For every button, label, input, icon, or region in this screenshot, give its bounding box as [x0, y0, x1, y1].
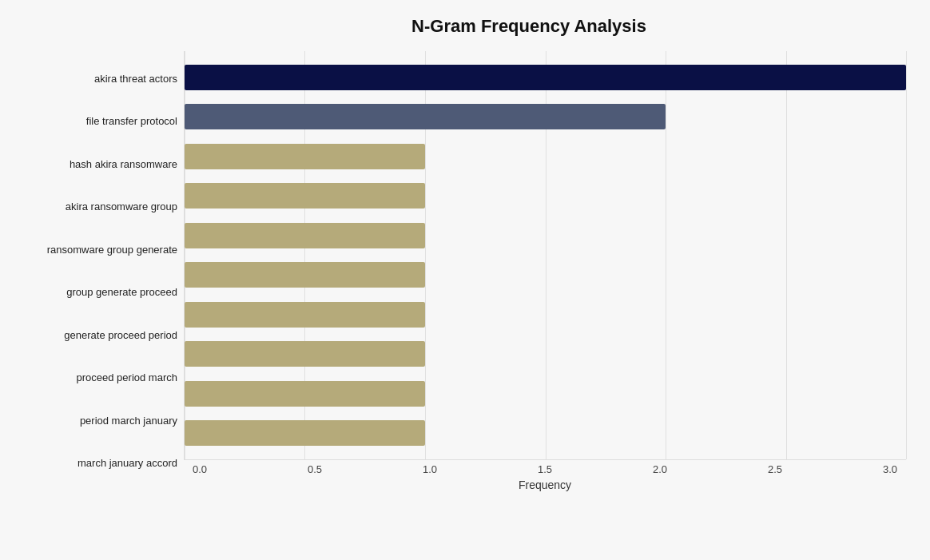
bar [185, 262, 425, 288]
x-tick: 1.5 [529, 463, 561, 475]
chart-area: akira threat actorsfile transfer protoco… [8, 51, 906, 491]
bar [185, 65, 906, 90]
y-axis-label: hash akira ransomware [8, 144, 177, 185]
y-axis-label: file transfer protocol [8, 101, 177, 142]
y-axis-label: ransomware group generate [8, 229, 177, 271]
bar-row [185, 298, 906, 332]
y-axis-label: group generate proceed [8, 272, 177, 313]
y-axis-label: akira threat actors [8, 58, 177, 100]
chart-title: N-Gram Frequency Analysis [8, 16, 906, 37]
x-tick: 3.0 [874, 463, 906, 475]
bar [185, 183, 425, 209]
bar-row [185, 258, 906, 292]
bars-and-x: 0.00.51.01.52.02.53.0 Frequency [184, 51, 906, 491]
y-axis-labels: akira threat actorsfile transfer protoco… [8, 51, 184, 491]
bar [185, 420, 425, 446]
x-axis-label: Frequency [184, 479, 906, 491]
x-tick: 1.0 [414, 463, 446, 475]
bar-row [185, 337, 906, 371]
bar-row [185, 416, 906, 450]
bar-row [185, 61, 906, 94]
x-tick: 0.0 [184, 463, 216, 475]
y-axis-label: period march january [8, 400, 177, 442]
bar [185, 341, 425, 367]
bar-row [185, 100, 906, 133]
bars-area [184, 51, 906, 460]
bar [185, 381, 425, 407]
x-axis: 0.00.51.01.52.02.53.0 Frequency [184, 463, 906, 491]
bar-row [185, 377, 906, 411]
bar-row [185, 179, 906, 212]
bar [185, 223, 425, 248]
y-axis-label: generate proceed period [8, 315, 177, 356]
x-ticks: 0.00.51.01.52.02.53.0 [184, 463, 906, 475]
bar [185, 302, 425, 328]
x-tick: 2.0 [644, 463, 676, 475]
y-axis-label: proceed period march [8, 357, 177, 399]
x-tick: 2.5 [759, 463, 791, 475]
chart-container: N-Gram Frequency Analysis akira threat a… [0, 0, 930, 560]
y-axis-label: march january accord [8, 443, 177, 484]
y-axis-label: akira ransomware group [8, 186, 177, 228]
bar [185, 104, 666, 129]
bar-row [185, 219, 906, 252]
bars-wrapper [185, 51, 906, 459]
x-tick: 0.5 [299, 463, 331, 475]
bar-row [185, 140, 906, 173]
bar [185, 144, 425, 169]
gridline [906, 51, 907, 459]
